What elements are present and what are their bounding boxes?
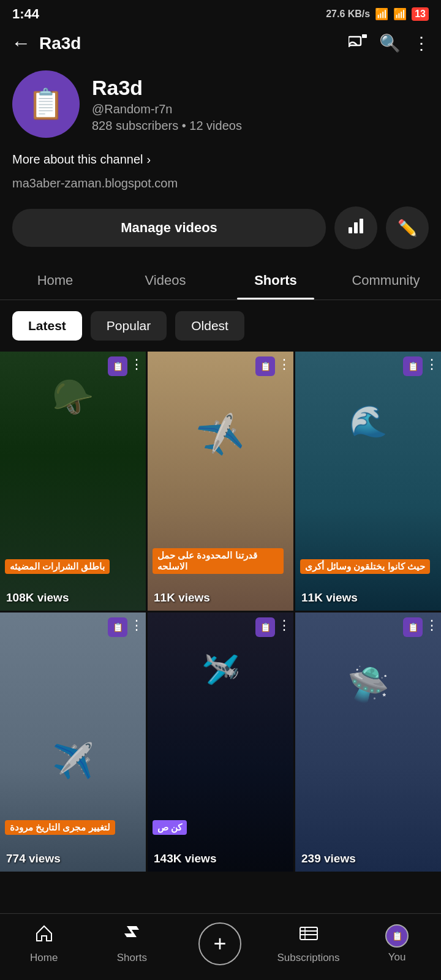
tab-videos[interactable]: Videos [110, 262, 221, 300]
video-thumb-6[interactable]: 🛸 📋 ⋮ 239 views [295, 612, 441, 872]
search-icon[interactable]: 🔍 [379, 33, 401, 53]
you-avatar: 📋 [385, 924, 409, 948]
edit-button[interactable]: ✏️ [386, 206, 429, 249]
channel-info: Ra3d @Random-r7n 828 subscribers • 12 vi… [92, 76, 429, 133]
views-5: 143K views [154, 852, 216, 865]
filter-latest[interactable]: Latest [12, 311, 82, 341]
views-3: 11K views [301, 591, 358, 605]
subscriptions-label: Subscriptions [277, 952, 340, 964]
video-thumb-4[interactable]: ✈️ 📋 ⋮ لتغيير مجرى التاريخ مرودة 774 vie… [0, 612, 146, 872]
filter-row: Latest Popular Oldest [0, 300, 441, 352]
video-menu-6[interactable]: ⋮ [425, 617, 439, 633]
analytics-icon [347, 217, 364, 239]
channel-avatar: 📋 [12, 70, 80, 138]
channel-badge-5: 📋 [255, 617, 275, 637]
nav-subscriptions[interactable]: Subscriptions [277, 924, 340, 964]
add-button[interactable]: + [198, 922, 241, 965]
filter-oldest[interactable]: Oldest [175, 311, 244, 341]
tab-home[interactable]: Home [0, 262, 110, 300]
video-thumb-2[interactable]: ✈️ 📋 ⋮ قدرتنا المحدودة على حمل الاسلحه 1… [148, 352, 293, 611]
video-thumb-3[interactable]: 🌊 📋 ⋮ حيث كانوا يختلقون وسائل أكرى 11K v… [295, 352, 441, 611]
subscriptions-icon [299, 924, 318, 948]
svg-rect-5 [354, 222, 358, 233]
tab-community[interactable]: Community [331, 262, 441, 300]
video-menu-4[interactable]: ⋮ [130, 617, 143, 633]
channel-badge-1: 📋 [108, 356, 127, 376]
more-about-link[interactable]: More about this channel › [0, 148, 441, 174]
signal-icon: 📶 [375, 7, 388, 21]
network-speed: 27.6 KB/s [326, 9, 370, 20]
video-menu-5[interactable]: ⋮ [277, 617, 291, 633]
you-label: You [388, 951, 406, 963]
manage-videos-button[interactable]: Manage videos [12, 209, 326, 247]
back-button[interactable]: ← [11, 32, 31, 55]
video-label-1: باطلق الشرارات المضيئه [5, 559, 110, 574]
channel-badge-6: 📋 [403, 617, 423, 637]
video-label-4: لتغيير مجرى التاريخ مرودة [5, 820, 115, 835]
video-thumb-1[interactable]: 🪖 📋 ⋮ باطلق الشرارات المضيئه 108K views [0, 352, 146, 611]
filter-popular[interactable]: Popular [91, 311, 167, 341]
channel-header: 📋 Ra3d @Random-r7n 828 subscribers • 12 … [0, 61, 441, 148]
views-6: 239 views [301, 852, 356, 865]
wifi-icon: 📶 [393, 7, 407, 21]
channel-badge-3: 📋 [403, 356, 423, 376]
more-options-icon[interactable]: ⋮ [413, 33, 430, 53]
status-icons: 27.6 KB/s 📶 📶 13 [326, 7, 429, 21]
status-bar: 1:44 27.6 KB/s 📶 📶 13 [0, 0, 441, 26]
video-menu-2[interactable]: ⋮ [277, 356, 291, 372]
add-icon: + [213, 931, 226, 957]
nav-you[interactable]: 📋 You [366, 924, 428, 963]
nav-home[interactable]: Home [13, 924, 75, 964]
channel-link[interactable]: ma3aber-zaman.blogspot.com [0, 174, 441, 200]
svg-rect-4 [349, 227, 352, 233]
tab-shorts[interactable]: Shorts [221, 262, 331, 300]
home-icon [34, 924, 54, 948]
subscribers-count: 828 subscribers [92, 119, 178, 132]
channel-handle: @Random-r7n [92, 102, 429, 116]
channel-title: Ra3d [92, 76, 429, 100]
channel-tabs: Home Videos Shorts Community [0, 262, 441, 300]
views-4: 774 views [6, 852, 61, 865]
svg-rect-6 [360, 219, 363, 233]
shorts-icon [122, 924, 141, 948]
top-nav: ← Ra3d 🔍 ⋮ [0, 26, 441, 61]
video-label-2: قدرتنا المحدودة على حمل الاسلحه [153, 548, 284, 574]
video-label-5: كن ص [153, 820, 187, 835]
views-1: 108K views [6, 591, 69, 605]
battery-indicator: 13 [412, 7, 429, 21]
video-menu-1[interactable]: ⋮ [130, 356, 143, 372]
action-row: Manage videos ✏️ [0, 200, 441, 255]
edit-icon: ✏️ [398, 219, 417, 238]
avatar-icon: 📋 [28, 87, 64, 121]
channel-badge-2: 📋 [255, 356, 275, 376]
home-label: Home [30, 952, 58, 964]
video-menu-3[interactable]: ⋮ [425, 356, 439, 372]
channel-badge-4: 📋 [108, 617, 127, 637]
video-grid: 🪖 📋 ⋮ باطلق الشرارات المضيئه 108K views … [0, 352, 441, 872]
cast-icon[interactable] [349, 34, 367, 53]
nav-shorts[interactable]: Shorts [101, 924, 162, 964]
bottom-nav: Home Shorts + Subscriptions 📋 You [0, 913, 441, 980]
channel-stats: 828 subscribers • 12 videos [92, 119, 429, 133]
nav-action-icons: 🔍 ⋮ [349, 33, 430, 53]
time: 1:44 [12, 6, 39, 22]
shorts-label: Shorts [117, 952, 147, 964]
analytics-button[interactable] [334, 206, 377, 249]
channel-name-nav: Ra3d [39, 34, 340, 53]
chevron-right-icon: › [146, 153, 151, 167]
video-thumb-5[interactable]: 🛩️ 📋 ⋮ كن ص 143K views [148, 612, 293, 872]
svg-rect-7 [300, 927, 317, 940]
video-label-3: حيث كانوا يختلقون وسائل أكرى [300, 559, 430, 574]
views-2: 11K views [154, 591, 210, 605]
video-count: 12 videos [189, 119, 242, 132]
nav-add[interactable]: + [189, 922, 251, 965]
